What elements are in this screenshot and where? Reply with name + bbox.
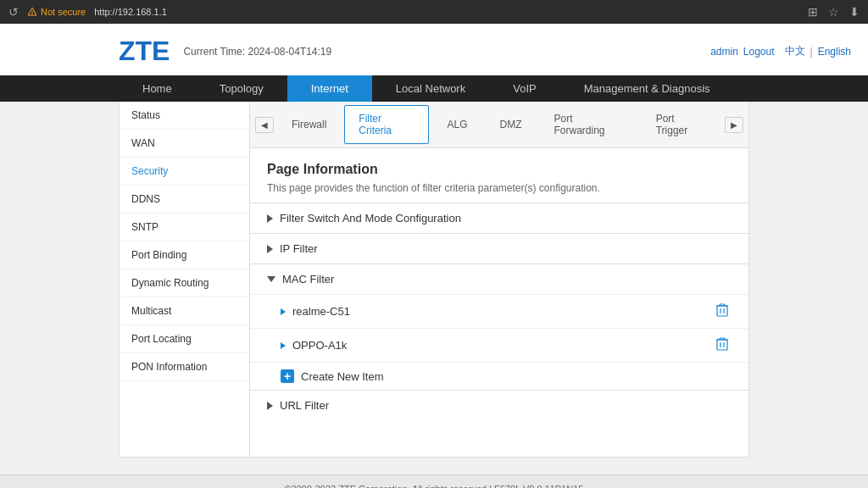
- ip-filter-arrow-icon: [267, 245, 273, 253]
- svg-rect-0: [717, 306, 727, 316]
- page-description: This page provides the function of filte…: [267, 182, 732, 194]
- sidebar-item-ddns[interactable]: DDNS: [120, 186, 249, 214]
- admin-link[interactable]: admin: [710, 46, 738, 58]
- mac-item-oppo-arrow-icon: [281, 342, 286, 349]
- mac-item-oppo-left: OPPO-A1k: [281, 339, 347, 352]
- mac-item-realme-left: realme-C51: [281, 305, 350, 318]
- page-wrapper: ZTE Current Time: 2024-08-04T14:19 admin…: [0, 24, 868, 488]
- ip-filter-section: IP Filter: [250, 233, 748, 263]
- url-filter-arrow-icon: [267, 402, 273, 410]
- page-info-section: Page Information This page provides the …: [250, 148, 748, 202]
- create-new-label: Create New Item: [301, 370, 384, 383]
- sidebar-item-sntp[interactable]: SNTP: [120, 214, 249, 241]
- lang-en-link[interactable]: English: [818, 46, 851, 58]
- filter-switch-section: Filter Switch And Mode Configuration: [250, 202, 748, 233]
- nav-topology[interactable]: Topology: [196, 75, 287, 102]
- filter-switch-header[interactable]: Filter Switch And Mode Configuration: [250, 203, 748, 233]
- logo-area: ZTE Current Time: 2024-08-04T14:19: [119, 36, 331, 67]
- sidebar-item-wan[interactable]: WAN: [120, 130, 249, 158]
- sidebar-item-dynamic-routing[interactable]: Dynamic Routing: [120, 269, 249, 297]
- reload-icon[interactable]: ↺: [8, 5, 19, 19]
- sidebar-item-pon-information[interactable]: PON Information: [120, 353, 249, 381]
- sidebar-item-port-binding[interactable]: Port Binding: [120, 241, 249, 269]
- tab-dmz[interactable]: DMZ: [485, 111, 536, 138]
- content-area: Status WAN Security DDNS SNTP Port Bindi…: [0, 102, 868, 458]
- footer-text: ©2008-2023 ZTE Corporation. All rights r…: [285, 484, 584, 488]
- mac-filter-title: MAC Filter: [282, 273, 334, 286]
- delete-realme-button[interactable]: [713, 302, 732, 321]
- nav-internet[interactable]: Internet: [287, 75, 372, 102]
- sidebar-item-status[interactable]: Status: [120, 102, 249, 130]
- url-filter-section: URL Filter: [250, 390, 748, 420]
- mac-item-oppo: OPPO-A1k: [250, 328, 748, 362]
- mac-item-realme-arrow-icon: [281, 308, 286, 315]
- url-bar[interactable]: http://192.168.1.1: [94, 7, 167, 17]
- tab-firewall[interactable]: Firewall: [277, 111, 341, 138]
- nav-voip[interactable]: VoIP: [489, 75, 559, 102]
- url-filter-header[interactable]: URL Filter: [250, 391, 748, 420]
- nav-local-network[interactable]: Local Network: [372, 75, 489, 102]
- mac-filter-section: MAC Filter realme-C51: [250, 263, 748, 390]
- browser-bar: ↺ Not secure http://192.168.1.1 ⊞ ☆ ⬇: [0, 0, 868, 24]
- delete-oppo-button[interactable]: [713, 336, 732, 355]
- mac-filter-arrow-icon: [267, 276, 275, 282]
- tab-alg[interactable]: ALG: [432, 111, 481, 138]
- tab-scroll-right[interactable]: ▶: [725, 117, 743, 133]
- nav-home[interactable]: Home: [119, 75, 196, 102]
- ip-filter-title: IP Filter: [280, 242, 318, 255]
- tab-scroll-left[interactable]: ◀: [255, 117, 274, 133]
- url-filter-title: URL Filter: [280, 399, 329, 412]
- tab-port-trigger[interactable]: Port Trigger: [642, 105, 721, 144]
- main-nav: Home Topology Internet Local Network VoI…: [0, 75, 868, 102]
- create-new-item-row[interactable]: + Create New Item: [250, 362, 748, 390]
- tab-filter-criteria[interactable]: Filter Criteria: [344, 105, 429, 144]
- mac-item-oppo-name: OPPO-A1k: [292, 339, 347, 352]
- tabs-row: ◀ Firewall Filter Criteria ALG DMZ Port …: [250, 102, 748, 148]
- footer: ©2008-2023 ZTE Corporation. All rights r…: [0, 474, 868, 488]
- sidebar: Status WAN Security DDNS SNTP Port Bindi…: [119, 102, 250, 458]
- mac-item-realme-name: realme-C51: [292, 305, 350, 318]
- main-content: ◀ Firewall Filter Criteria ALG DMZ Port …: [250, 102, 749, 458]
- header: ZTE Current Time: 2024-08-04T14:19 admin…: [0, 24, 868, 75]
- sidebar-item-multicast[interactable]: Multicast: [120, 297, 249, 325]
- svg-rect-4: [717, 340, 727, 350]
- header-right: admin Logout 中文 | English: [710, 44, 851, 58]
- page-title: Page Information: [267, 162, 732, 177]
- browser-controls: ⊞ ☆ ⬇: [808, 5, 860, 19]
- zte-logo: ZTE: [119, 36, 170, 67]
- bookmark-icon[interactable]: ☆: [828, 5, 839, 19]
- sidebar-item-port-locating[interactable]: Port Locating: [120, 325, 249, 353]
- current-time: Current Time: 2024-08-04T14:19: [183, 46, 331, 58]
- lang-cn-link[interactable]: 中文: [785, 44, 805, 58]
- tab-port-forwarding[interactable]: Port Forwarding: [539, 105, 637, 144]
- mac-item-realme: realme-C51: [250, 294, 748, 328]
- nav-management[interactable]: Management & Diagnosis: [560, 75, 734, 102]
- plus-icon: +: [281, 369, 294, 383]
- sidebar-item-security[interactable]: Security: [120, 158, 249, 186]
- logout-link[interactable]: Logout: [743, 46, 775, 58]
- ip-filter-header[interactable]: IP Filter: [250, 234, 748, 263]
- extensions-icon[interactable]: ⊞: [808, 5, 818, 19]
- mac-filter-header[interactable]: MAC Filter: [250, 264, 748, 294]
- download-icon[interactable]: ⬇: [849, 5, 860, 19]
- filter-switch-title: Filter Switch And Mode Configuration: [280, 212, 461, 225]
- filter-switch-arrow-icon: [267, 214, 273, 223]
- not-secure-indicator: Not secure: [27, 7, 86, 17]
